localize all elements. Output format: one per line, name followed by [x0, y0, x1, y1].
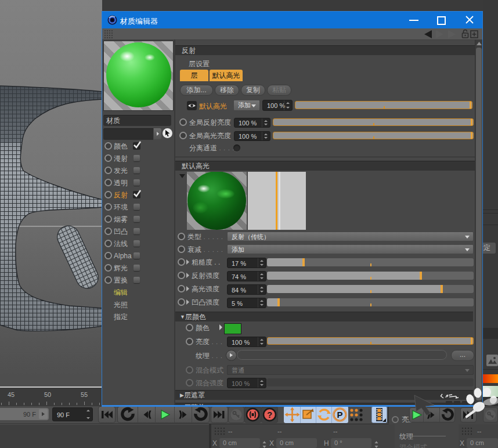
- svg-text:?: ?: [267, 410, 272, 420]
- svg-text:P: P: [337, 410, 342, 420]
